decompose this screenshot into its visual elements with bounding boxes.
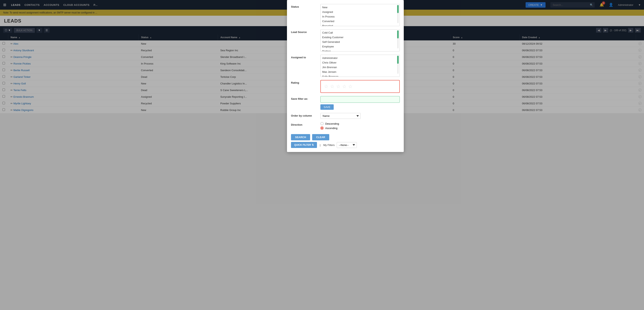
direction-filter-content: Descending Ascending bbox=[320, 122, 400, 131]
lead-source-option[interactable]: Employee bbox=[320, 44, 400, 49]
assigned-to-option[interactable]: Jim Brennan bbox=[320, 65, 400, 70]
order-by-filter-content: NameStatusAccount NameRatingScoreDate Cr… bbox=[320, 113, 400, 119]
order-by-select[interactable]: NameStatusAccount NameRatingScoreDate Cr… bbox=[320, 113, 361, 119]
direction-descending-label: Descending bbox=[325, 122, 339, 125]
assigned-to-option[interactable]: Chris Olliver bbox=[320, 60, 400, 65]
status-filter-label: Status bbox=[291, 4, 317, 8]
status-option[interactable]: Assigned bbox=[320, 10, 400, 14]
direction-ascending-label: Ascending bbox=[325, 127, 338, 130]
status-option[interactable]: New bbox=[320, 5, 400, 10]
save-filter-label: Save filter as: bbox=[291, 96, 317, 100]
assigned-to-multi-select[interactable]: AdministratorChris OlliverJim BrennanMax… bbox=[320, 55, 400, 77]
lead-source-option[interactable]: Partner bbox=[320, 49, 400, 51]
lead-source-scroll-thumb bbox=[397, 30, 399, 38]
save-filter-button[interactable]: SAVE bbox=[320, 104, 334, 110]
assigned-to-option[interactable]: Sally Bronsen bbox=[320, 74, 400, 77]
status-scroll-thumb bbox=[397, 5, 399, 13]
direction-filter-label: Direction bbox=[291, 122, 317, 126]
my-filters-label: My Filters bbox=[324, 144, 335, 147]
rating-filter-label: Rating bbox=[291, 80, 317, 84]
rating-star-4[interactable]: ☆ bbox=[342, 84, 346, 89]
quick-filter-arrows-icon: ⇅ bbox=[312, 144, 314, 146]
status-option[interactable]: In Process bbox=[320, 14, 400, 19]
radio-descending bbox=[320, 122, 324, 125]
filter-search-button[interactable]: SEARCH bbox=[291, 134, 310, 140]
radio-ascending-fill bbox=[321, 127, 323, 129]
filter-assigned-to-row: Assigned to AdministratorChris OlliverJi… bbox=[291, 55, 400, 77]
rating-star-5[interactable]: ☆ bbox=[348, 84, 352, 89]
filter-lead-source-row: Lead Source Cold CallExisting CustomerSe… bbox=[291, 29, 400, 51]
quick-filter-button[interactable]: QUICK FILTER ⇅ bbox=[291, 142, 317, 148]
rating-star-1[interactable]: ☆ bbox=[324, 84, 328, 89]
quick-filter-label: QUICK FILTER bbox=[294, 144, 311, 146]
filter-status-row: Status NewAssignedIn ProcessConvertedRec… bbox=[291, 4, 400, 26]
assigned-to-filter-content: AdministratorChris OlliverJim BrennanMax… bbox=[320, 55, 400, 77]
filter-clear-button[interactable]: CLEAR bbox=[312, 134, 329, 140]
status-option[interactable]: Recycled bbox=[320, 23, 400, 26]
filter-save-row: Save filter as: SAVE bbox=[291, 96, 400, 110]
filter-quick-filter-row: QUICK FILTER ⇅ | My Filters --None-- bbox=[291, 142, 400, 148]
filter-rating-row: Rating ☆ ☆ ☆ ☆ ☆ bbox=[291, 80, 400, 93]
filter-direction-row: Direction Descending Ascending bbox=[291, 122, 400, 131]
my-filters-separator: | bbox=[320, 144, 320, 147]
my-filters-select[interactable]: --None-- bbox=[337, 142, 357, 148]
rating-filter-content: ☆ ☆ ☆ ☆ ☆ bbox=[320, 80, 400, 93]
status-scroll-indicator bbox=[397, 5, 399, 23]
save-filter-input[interactable] bbox=[320, 96, 400, 103]
rating-star-3[interactable]: ☆ bbox=[336, 84, 340, 89]
lead-source-option[interactable]: Cold Call bbox=[320, 30, 400, 35]
assigned-to-option[interactable]: Max Jensen bbox=[320, 70, 400, 74]
lead-source-option[interactable]: Self Generated bbox=[320, 40, 400, 44]
filter-actions: SEARCH CLEAR bbox=[291, 134, 400, 140]
status-filter-content: NewAssignedIn ProcessConvertedRecycled bbox=[320, 4, 400, 26]
rating-filter-box: ☆ ☆ ☆ ☆ ☆ bbox=[320, 80, 400, 93]
direction-descending[interactable]: Descending bbox=[320, 122, 400, 125]
lead-source-multi-select[interactable]: Cold CallExisting CustomerSelf Generated… bbox=[320, 29, 400, 51]
assigned-to-filter-label: Assigned to bbox=[291, 55, 317, 59]
rating-star-2[interactable]: ☆ bbox=[330, 84, 334, 89]
status-option[interactable]: Converted bbox=[320, 19, 400, 23]
assigned-to-option[interactable]: Administrator bbox=[320, 56, 400, 60]
status-multi-select[interactable]: NewAssignedIn ProcessConvertedRecycled bbox=[320, 4, 400, 26]
lead-source-scroll-indicator bbox=[397, 30, 399, 48]
filter-panel: Status NewAssignedIn ProcessConvertedRec… bbox=[287, 0, 404, 152]
filter-order-by-row: Order by column NameStatusAccount NameRa… bbox=[291, 113, 400, 119]
assigned-to-scroll-indicator bbox=[397, 56, 399, 74]
lead-source-filter-content: Cold CallExisting CustomerSelf Generated… bbox=[320, 29, 400, 51]
save-filter-content: SAVE bbox=[320, 96, 400, 110]
assigned-to-scroll-thumb bbox=[397, 56, 399, 64]
order-by-filter-label: Order by column bbox=[291, 113, 317, 117]
lead-source-option[interactable]: Existing Customer bbox=[320, 35, 400, 40]
radio-ascending bbox=[320, 127, 324, 130]
lead-source-filter-label: Lead Source bbox=[291, 29, 317, 34]
direction-ascending[interactable]: Ascending bbox=[320, 127, 400, 130]
